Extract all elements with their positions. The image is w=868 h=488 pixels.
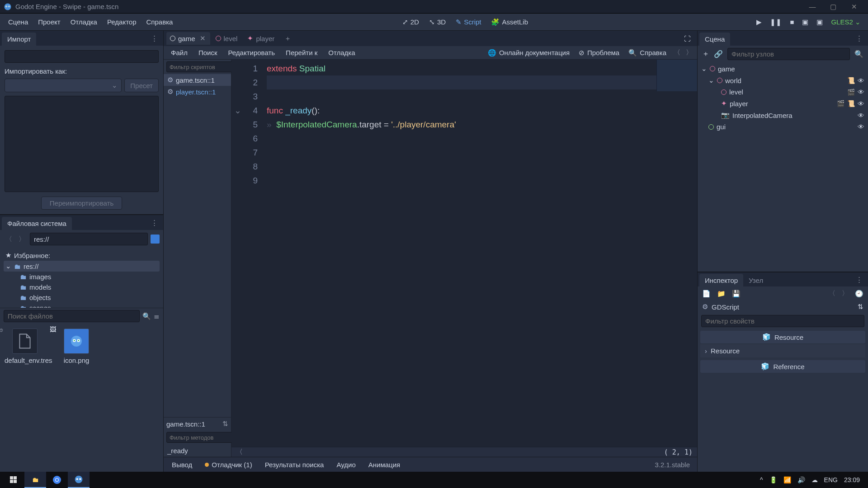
system-tray[interactable]: ^ 🔋 📶 🔊 ☁ ENG 23:09	[760, 476, 865, 483]
maximize-button[interactable]: ▢	[823, 0, 844, 14]
script-attached-icon[interactable]: 📜	[847, 77, 855, 84]
visibility-icon[interactable]: 👁	[858, 112, 864, 119]
script-attached-icon[interactable]: 📜	[847, 100, 855, 107]
scene-instance-icon[interactable]: 🎬	[837, 100, 844, 107]
fs-nav-back[interactable]: 〈	[4, 234, 14, 244]
mode-3d[interactable]: ⤡3D	[425, 16, 450, 28]
fs-search-input[interactable]	[4, 310, 140, 322]
bottom-tab-debugger[interactable]: Отладчик (1)	[200, 459, 256, 471]
scene-node-camera[interactable]: 📷InterpolatedCamera👁	[700, 109, 865, 121]
hscroll-left[interactable]: 〈	[236, 448, 243, 456]
close-button[interactable]: ✕	[844, 0, 864, 14]
import-type-dropdown[interactable]: ⌄	[5, 79, 122, 92]
wifi-icon[interactable]: 📶	[783, 476, 791, 483]
script-menu-search[interactable]: Поиск	[194, 47, 222, 58]
menu-editor[interactable]: Редактор	[103, 15, 141, 28]
mode-script[interactable]: ✎Script	[451, 16, 486, 28]
play-custom-scene-button[interactable]: ▣	[813, 15, 826, 29]
renderer-dropdown[interactable]: GLES2 ⌄	[827, 16, 864, 28]
inspector-row-resource[interactable]: ›Resource	[700, 344, 865, 357]
script-item-game[interactable]: ⚙game.tscn::1	[164, 74, 231, 86]
play-scene-button[interactable]: ▣	[798, 15, 812, 29]
fs-layout-toggle[interactable]	[151, 235, 160, 244]
bottom-tab-audio[interactable]: Аудио	[332, 459, 360, 471]
taskbar-explorer[interactable]: 🖿	[24, 472, 46, 488]
scene-node-player[interactable]: ✦player🎬📜👁	[700, 98, 865, 109]
fs-filter-button[interactable]: ≣	[154, 312, 160, 320]
inspector-panel-menu[interactable]: ⋮	[852, 276, 866, 284]
fs-file-default-env[interactable]: ☼ default_env.tres	[5, 328, 45, 467]
search-help-link[interactable]: 🔍Справка	[625, 47, 670, 59]
inspector-tab[interactable]: Инспектор	[699, 274, 743, 287]
script-nav-forward[interactable]: 〉	[684, 47, 694, 58]
volume-icon[interactable]: 🔊	[797, 476, 805, 483]
taskbar-godot[interactable]	[68, 472, 90, 488]
add-node-button[interactable]: ＋	[702, 49, 709, 59]
filesystem-tab[interactable]: Файловая система	[2, 217, 72, 230]
visibility-icon[interactable]: 👁	[858, 77, 864, 84]
script-nav-back[interactable]: 〈	[672, 47, 682, 58]
fs-folder-images[interactable]: 🖿images	[4, 272, 160, 282]
scene-node-world[interactable]: ⌄world📜👁	[700, 75, 865, 86]
taskbar-chrome[interactable]	[46, 472, 68, 488]
inspector-section-resource[interactable]: 🧊Resource	[700, 331, 865, 343]
inspector-new-icon[interactable]: 📄	[702, 290, 711, 298]
visibility-icon[interactable]: 👁	[858, 123, 864, 131]
method-item-ready[interactable]: _ready	[164, 445, 231, 457]
inspector-filter-input[interactable]	[701, 315, 864, 327]
fs-favorites[interactable]: ★Избранное:	[4, 250, 160, 261]
language-indicator[interactable]: ENG	[824, 476, 838, 483]
visibility-icon[interactable]: 👁	[858, 100, 864, 108]
script-menu-edit[interactable]: Редактировать	[223, 47, 279, 58]
import-preset-button[interactable]: Пресет	[124, 79, 159, 92]
inspector-back[interactable]: 〈	[829, 289, 835, 298]
fs-folder-models[interactable]: 🖿models	[4, 282, 160, 292]
fs-root[interactable]: ⌄🖿res://	[4, 261, 160, 272]
scene-instance-icon[interactable]: 🎬	[847, 89, 855, 96]
link-scene-button[interactable]: 🔗	[714, 50, 723, 58]
search-icon[interactable]: 🔍	[142, 312, 151, 320]
inspector-open-icon[interactable]: 📁	[717, 290, 726, 298]
close-tab-icon[interactable]: ✕	[200, 34, 206, 42]
report-issue-link[interactable]: ⊘Проблема	[575, 47, 623, 59]
mode-assetlib[interactable]: 🧩AssetLib	[486, 16, 533, 28]
import-tab[interactable]: Импорт	[2, 33, 36, 46]
menu-help[interactable]: Справка	[142, 15, 178, 28]
filesystem-panel-menu[interactable]: ⋮	[147, 219, 161, 227]
bottom-tab-output[interactable]: Вывод	[167, 459, 197, 471]
scene-tab-level[interactable]: level	[212, 33, 242, 45]
menu-scene[interactable]: Сцена	[4, 15, 33, 28]
fs-path-input[interactable]	[30, 233, 148, 245]
fs-file-icon[interactable]: 🖼 icon.png	[56, 328, 97, 467]
script-item-player[interactable]: ⚙player.tscn::1	[164, 86, 231, 98]
fs-folder-scenes[interactable]: 🖿scenes	[4, 303, 160, 308]
script-menu-goto[interactable]: Перейти к	[281, 47, 322, 58]
inspector-section-reference[interactable]: 🧊Reference	[700, 360, 865, 373]
fs-folder-objects[interactable]: 🖿objects	[4, 292, 160, 303]
scene-tab-game[interactable]: game✕	[166, 32, 210, 45]
code-editor[interactable]: 1 2 3 ⌄4 5 6 7 8 9 extends Spatial	[231, 60, 697, 457]
import-panel-menu[interactable]: ⋮	[147, 34, 161, 42]
inspector-save-icon[interactable]: 💾	[732, 290, 741, 298]
reimport-button[interactable]: Переимпортировать	[41, 197, 122, 210]
menu-debug[interactable]: Отладка	[66, 15, 102, 28]
scene-node-game[interactable]: ⌄game	[700, 63, 865, 75]
code-minimap[interactable]	[656, 60, 697, 91]
fs-nav-forward[interactable]: 〉	[17, 234, 27, 244]
scene-tab-player[interactable]: ✦player	[244, 32, 279, 45]
inspector-settings-icon[interactable]: ⇅	[858, 303, 863, 311]
add-scene-tab[interactable]: ＋	[281, 34, 295, 43]
path-sort-toggle[interactable]: ⇅	[222, 420, 228, 428]
bottom-tab-search[interactable]: Результаты поиска	[260, 459, 329, 471]
cloud-icon[interactable]: ☁	[811, 476, 818, 483]
stop-button[interactable]: ■	[786, 15, 797, 28]
scene-node-gui[interactable]: gui👁	[700, 121, 865, 132]
minimize-button[interactable]: —	[802, 0, 823, 14]
node-tab[interactable]: Узел	[743, 274, 769, 287]
code-content[interactable]: extends Spatial func _ready(): » $Interp…	[264, 61, 697, 447]
scene-panel-menu[interactable]: ⋮	[852, 34, 866, 42]
search-icon[interactable]: 🔍	[854, 50, 863, 58]
visibility-icon[interactable]: 👁	[858, 88, 864, 96]
battery-icon[interactable]: 🔋	[769, 476, 777, 483]
pause-button[interactable]: ❚❚	[766, 15, 785, 29]
